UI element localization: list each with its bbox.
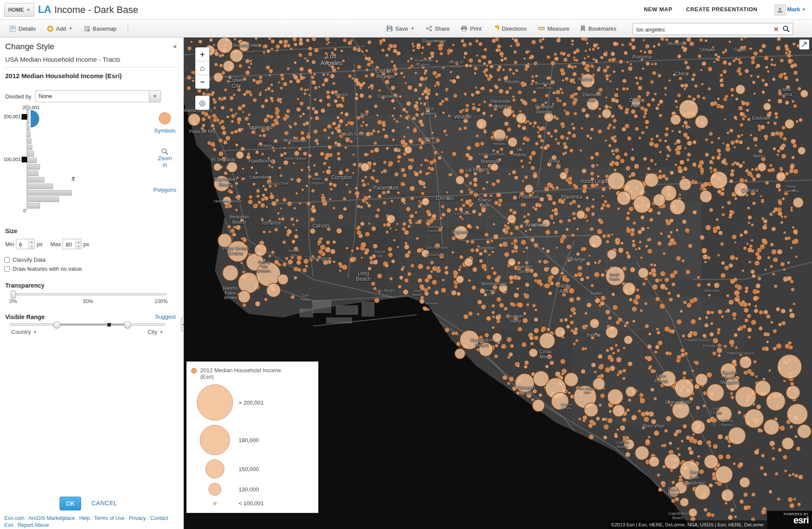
axis-label-mid: 100,001 xyxy=(1,157,21,162)
measure-button[interactable]: Measure xyxy=(538,25,570,32)
chevron-down-icon: ▼ xyxy=(802,7,806,12)
footer-separator: . xyxy=(25,515,28,521)
add-label: Add xyxy=(56,25,66,32)
esri-logo: POWERED BY esri xyxy=(767,511,812,529)
map-viewport[interactable]: Beverly HillsRosemeadMontclairOntarioGua… xyxy=(184,38,812,529)
overview-icon[interactable] xyxy=(799,39,809,50)
visible-range-slider[interactable] xyxy=(9,323,166,326)
print-icon xyxy=(461,25,467,32)
search-icon[interactable] xyxy=(782,25,790,35)
symbols-link[interactable]: Symbols xyxy=(154,127,176,134)
measure-icon xyxy=(538,25,545,32)
panel-footer-links: Esri.com . ArcGIS Marketplace . Help . T… xyxy=(4,515,177,529)
legend-item: < 100,001 xyxy=(191,500,314,507)
search-input[interactable] xyxy=(636,25,767,34)
footer-link[interactable]: ArcGIS Marketplace xyxy=(28,515,75,521)
range-left-label: Country xyxy=(11,329,31,335)
basemap-button[interactable]: Basemap xyxy=(84,25,116,32)
legend-layer-icon xyxy=(191,368,197,374)
map-toolbar: Details Add ▼ Basemap Save ▼ Share xyxy=(0,20,812,38)
px-label: px xyxy=(83,241,89,247)
zoom-in-button[interactable]: + xyxy=(195,48,209,61)
directions-icon xyxy=(493,25,499,32)
histogram-lower-handle[interactable] xyxy=(22,157,27,162)
legend-circle xyxy=(213,502,217,505)
suggest-link[interactable]: Suggest xyxy=(155,314,176,320)
max-stepper[interactable]: ▲▼ xyxy=(75,239,81,249)
bookmarks-button[interactable]: Bookmarks xyxy=(580,25,616,32)
directions-button[interactable]: Directions xyxy=(493,25,527,32)
new-map-link[interactable]: NEW MAP xyxy=(644,6,672,13)
user-icon xyxy=(777,7,783,13)
transparency-slider[interactable] xyxy=(11,293,167,295)
clear-search-icon[interactable]: ✕ xyxy=(773,25,779,33)
current-zoom-marker xyxy=(107,323,111,326)
share-icon xyxy=(426,25,432,32)
divided-by-select[interactable]: None ▼ xyxy=(35,90,161,102)
range-handle-right[interactable] xyxy=(124,321,131,329)
checkbox-row[interactable]: Classify Data xyxy=(4,257,83,263)
symbols-icon[interactable] xyxy=(159,112,171,124)
polygons-link[interactable]: Polygons xyxy=(153,187,176,193)
range-handle-left[interactable] xyxy=(53,321,60,329)
stepper-up-icon[interactable]: ▲ xyxy=(76,239,81,244)
transparency-handle[interactable] xyxy=(11,291,16,298)
checkbox[interactable] xyxy=(4,257,10,263)
share-button[interactable]: Share xyxy=(426,25,450,32)
stepper-up-icon[interactable]: ▲ xyxy=(29,239,35,244)
change-style-panel: Change Style ◄ USA Median Household Inco… xyxy=(0,38,184,529)
home-button[interactable]: ⌂ xyxy=(195,61,209,75)
map-attribution: ©2013 Esri | Esri, HERE, DeLorme, NGA, U… xyxy=(607,520,767,529)
min-size-field: ▲▼ xyxy=(16,239,35,249)
add-button[interactable]: Add ▼ xyxy=(47,25,72,32)
max-size-field: ▲▼ xyxy=(63,239,82,249)
panel-title: Change Style xyxy=(5,42,54,51)
chevron-down-icon[interactable]: ▼ xyxy=(149,91,161,102)
stepper-down-icon[interactable]: ▼ xyxy=(76,244,81,249)
footer-link[interactable]: Report Abuse xyxy=(18,522,49,528)
range-left-select[interactable]: Country ▼ xyxy=(11,329,37,335)
min-stepper[interactable]: ▲▼ xyxy=(28,239,35,249)
print-button[interactable]: Print xyxy=(461,25,482,32)
save-label: Save xyxy=(395,25,408,32)
save-button[interactable]: Save ▼ xyxy=(387,25,415,32)
directions-label: Directions xyxy=(502,25,527,32)
collapse-panel-icon[interactable]: ◄ xyxy=(171,43,177,50)
range-fill xyxy=(56,324,129,325)
legend-circle xyxy=(197,384,233,421)
ok-button[interactable]: OK xyxy=(60,497,81,510)
range-right-select[interactable]: City ▼ xyxy=(148,329,163,335)
stepper-down-icon[interactable]: ▼ xyxy=(29,244,35,249)
layer-name: USA Median Household Income - Tracts xyxy=(5,56,120,63)
legend-label: < 100,001 xyxy=(239,500,264,507)
user-menu[interactable]: Mark ▼ xyxy=(787,6,806,13)
footer-link[interactable]: Help xyxy=(79,515,90,521)
checkbox-row[interactable]: Draw features with no value. xyxy=(4,266,83,272)
attribute-name: 2012 Median Household Income (Esri) xyxy=(5,72,122,79)
legend-item: 180,000 xyxy=(191,425,314,455)
footer-separator: . xyxy=(146,515,150,521)
chevron-down-icon: ▼ xyxy=(411,26,415,31)
footer-link[interactable]: Privacy xyxy=(129,515,146,521)
map-legend: 2012 Median Household Income (Esri) > 20… xyxy=(186,361,318,513)
footer-separator: . xyxy=(75,515,79,521)
locate-button[interactable]: ◎ xyxy=(195,95,210,110)
save-icon xyxy=(387,25,393,32)
legend-items: > 200,001180,000150,000130,000< 100,001 xyxy=(191,384,314,507)
legend-label: > 200,001 xyxy=(239,399,264,406)
user-name: Mark xyxy=(787,6,800,13)
legend-item: > 200,001 xyxy=(191,384,314,421)
zoom-out-button[interactable]: − xyxy=(195,75,209,89)
cancel-button[interactable]: CANCEL xyxy=(91,500,117,507)
home-menu-button[interactable]: HOME ▼ xyxy=(4,3,34,17)
footer-link[interactable]: Esri.com xyxy=(4,515,25,521)
bookmark-icon xyxy=(580,25,585,32)
create-presentation-link[interactable]: CREATE PRESENTATION xyxy=(686,6,758,13)
footer-link[interactable]: Terms of Use xyxy=(94,515,125,521)
details-button[interactable]: Details xyxy=(9,25,36,32)
divider xyxy=(4,67,179,67)
zoom-in-link[interactable]: Zoom in xyxy=(156,155,174,168)
histogram-upper-handle[interactable] xyxy=(22,114,27,120)
tick-50: 50% xyxy=(83,298,93,304)
checkbox[interactable] xyxy=(4,266,10,272)
